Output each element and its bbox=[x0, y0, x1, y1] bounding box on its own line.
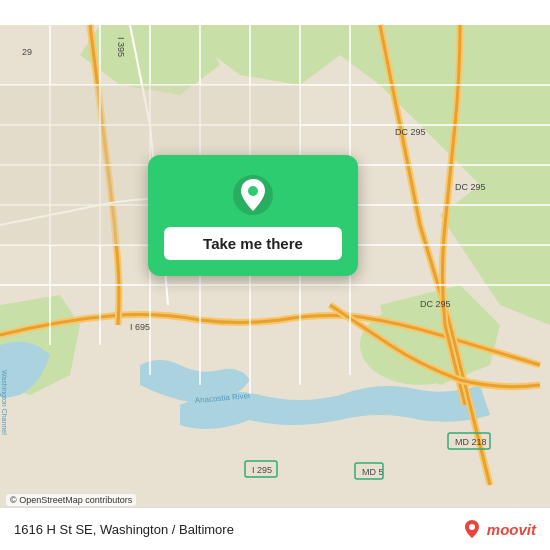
svg-point-60 bbox=[248, 186, 258, 196]
svg-text:DC 295: DC 295 bbox=[395, 127, 426, 137]
svg-rect-49 bbox=[100, 205, 150, 245]
svg-rect-36 bbox=[50, 85, 100, 125]
svg-rect-37 bbox=[0, 125, 50, 165]
address-label: 1616 H St SE, Washington / Baltimore bbox=[14, 522, 234, 537]
svg-rect-47 bbox=[100, 165, 150, 205]
svg-rect-52 bbox=[250, 85, 300, 125]
moovit-pin-icon bbox=[461, 518, 483, 540]
svg-rect-39 bbox=[0, 165, 50, 205]
svg-rect-45 bbox=[100, 125, 150, 165]
take-me-there-button[interactable]: Take me there bbox=[164, 227, 342, 260]
svg-rect-41 bbox=[0, 205, 50, 245]
svg-text:I 395: I 395 bbox=[116, 37, 126, 57]
svg-point-61 bbox=[469, 524, 475, 530]
map-container: I 395 DC 295 DC 295 DC 295 I 695 29 MD 2… bbox=[0, 0, 550, 550]
popup-card: Take me there bbox=[148, 155, 358, 276]
svg-rect-43 bbox=[100, 85, 150, 125]
moovit-logo: moovit bbox=[461, 518, 536, 540]
svg-text:Washington Channel: Washington Channel bbox=[0, 370, 8, 435]
svg-text:I 295: I 295 bbox=[252, 465, 272, 475]
moovit-brand-name: moovit bbox=[487, 521, 536, 538]
svg-rect-38 bbox=[50, 125, 100, 165]
svg-text:MD 5: MD 5 bbox=[362, 467, 384, 477]
svg-rect-42 bbox=[50, 205, 100, 245]
svg-rect-35 bbox=[0, 85, 50, 125]
svg-text:I 695: I 695 bbox=[130, 322, 150, 332]
location-pin-icon bbox=[231, 173, 275, 217]
svg-text:29: 29 bbox=[22, 47, 32, 57]
svg-text:DC 295: DC 295 bbox=[420, 299, 451, 309]
svg-rect-40 bbox=[50, 165, 100, 205]
svg-rect-44 bbox=[150, 85, 200, 125]
bottom-bar: 1616 H St SE, Washington / Baltimore moo… bbox=[0, 507, 550, 550]
svg-text:MD 218: MD 218 bbox=[455, 437, 487, 447]
svg-text:DC 295: DC 295 bbox=[455, 182, 486, 192]
svg-rect-51 bbox=[200, 85, 250, 125]
osm-attribution: © OpenStreetMap contributors bbox=[6, 494, 136, 506]
